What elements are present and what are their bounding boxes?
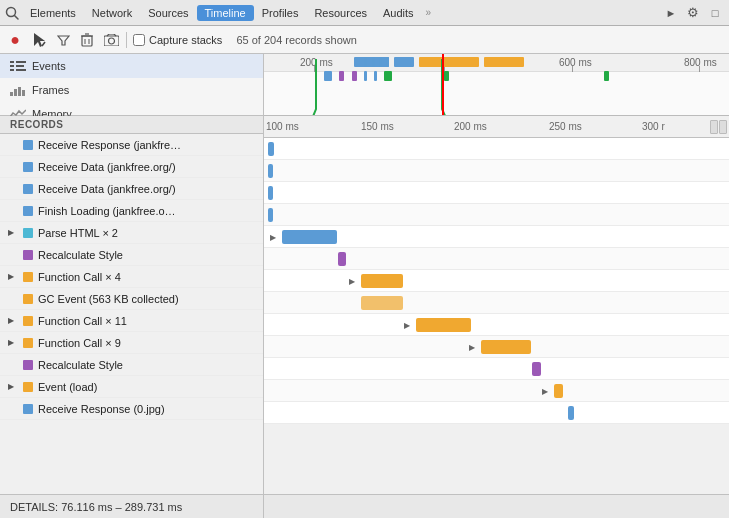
menu-sources[interactable]: Sources xyxy=(140,5,196,21)
svg-rect-16 xyxy=(10,65,14,67)
list-item[interactable]: Recalculate Style xyxy=(0,354,263,376)
svg-rect-20 xyxy=(16,69,26,71)
timeline-bar xyxy=(268,164,273,178)
red-line-indicator[interactable] xyxy=(442,54,444,115)
records-header: RECORDS xyxy=(0,116,263,134)
overview-stripe-2 xyxy=(372,57,375,67)
screenshot-button[interactable] xyxy=(102,31,120,49)
menu-network[interactable]: Network xyxy=(84,5,140,21)
settings-icon[interactable]: ⚙ xyxy=(685,5,701,21)
more-items-chevron[interactable]: » xyxy=(422,5,436,20)
menu-audits[interactable]: Audits xyxy=(375,5,422,21)
record-label: Function Call × 11 xyxy=(38,315,127,327)
svg-point-14 xyxy=(108,38,114,44)
list-item[interactable]: ▶ Function Call × 9 xyxy=(0,332,263,354)
ov-t2-1 xyxy=(324,71,332,81)
menu-bar: Elements Network Sources Timeline Profil… xyxy=(0,0,729,26)
svg-rect-24 xyxy=(22,90,25,96)
list-item[interactable]: Finish Loading (jankfree.o… xyxy=(0,200,263,222)
record-color-dot xyxy=(23,250,33,260)
records-ruler: 100 ms 150 ms 200 ms 250 ms 300 r xyxy=(264,116,729,138)
scroll-thumb-left[interactable] xyxy=(710,120,718,134)
right-timeline-col: 100 ms 150 ms 200 ms 250 ms 300 r xyxy=(264,116,729,518)
timeline-bar xyxy=(532,362,541,376)
menu-elements[interactable]: Elements xyxy=(22,5,84,21)
main-container: Events Frames xyxy=(0,54,729,518)
timeline-bar xyxy=(338,252,346,266)
timeline-details-filler xyxy=(264,494,729,518)
timeline-row: ▶ xyxy=(264,270,729,292)
ruler-300ms: 300 r xyxy=(642,121,665,132)
list-item[interactable]: ▶ Parse HTML × 2 xyxy=(0,222,263,244)
record-button[interactable]: ● xyxy=(6,31,24,49)
list-item[interactable]: ▶ Function Call × 11 xyxy=(0,310,263,332)
timeline-row xyxy=(264,358,729,380)
timeline-bar xyxy=(268,142,274,156)
ov-t2-3 xyxy=(352,71,357,81)
timeline-row xyxy=(264,402,729,424)
timeline-row xyxy=(264,204,729,226)
toolbar: ● Capture stacks 65 of 20 xyxy=(0,26,729,54)
record-label: Receive Response (0.jpg) xyxy=(38,403,165,415)
frames-icon xyxy=(10,83,26,97)
frames-label: Frames xyxy=(32,84,69,96)
execute-icon[interactable]: ► xyxy=(663,5,679,21)
timeline-bar xyxy=(554,384,563,398)
delete-button[interactable] xyxy=(78,31,96,49)
ruler-200ms-rec: 200 ms xyxy=(454,121,487,132)
record-color-dot xyxy=(23,404,33,414)
filter-button[interactable] xyxy=(54,31,72,49)
timeline-row xyxy=(264,182,729,204)
list-item[interactable]: ▶ Function Call × 4 xyxy=(0,266,263,288)
record-label: GC Event (563 KB collected) xyxy=(38,293,179,305)
capture-stacks-control[interactable]: Capture stacks xyxy=(133,34,222,46)
events-label: Events xyxy=(32,60,66,72)
timeline-bar xyxy=(268,186,273,200)
list-item[interactable]: ▶ Event (load) xyxy=(0,376,263,398)
record-color-dot xyxy=(23,228,33,238)
record-label: Recalculate Style xyxy=(38,249,123,261)
play-arrow: ▶ xyxy=(542,387,548,396)
record-color-dot xyxy=(23,140,33,150)
dock-icon[interactable]: □ xyxy=(707,5,723,21)
ruler-250ms: 250 ms xyxy=(549,121,582,132)
expand-arrow-filled: ▶ xyxy=(8,382,18,391)
list-item[interactable]: Receive Response (jankfre… xyxy=(0,134,263,156)
overview-stripe-4 xyxy=(386,57,389,67)
menu-profiles[interactable]: Profiles xyxy=(254,5,307,21)
record-color-dot xyxy=(23,360,33,370)
svg-rect-19 xyxy=(16,65,24,67)
scroll-thumb-right[interactable] xyxy=(719,120,727,134)
menu-timeline[interactable]: Timeline xyxy=(197,5,254,21)
timeline-rows: ▶ ▶ xyxy=(264,138,729,494)
cursor-button[interactable] xyxy=(30,31,48,49)
details-bar: DETAILS: 76.116 ms – 289.731 ms xyxy=(0,494,263,518)
overview-panel: 200 ms 400 ms 600 ms 800 ms xyxy=(264,54,729,115)
svg-rect-5 xyxy=(82,36,92,46)
timeline-bar xyxy=(416,318,471,332)
ov-t2-5 xyxy=(374,71,377,81)
toolbar-separator xyxy=(126,32,127,48)
nav-events[interactable]: Events xyxy=(0,54,263,78)
timeline-bar xyxy=(568,406,574,420)
record-label: Event (load) xyxy=(38,381,97,393)
nav-frames[interactable]: Frames xyxy=(0,78,263,102)
search-icon[interactable] xyxy=(4,5,20,21)
list-item[interactable]: Receive Data (jankfree.org/) xyxy=(0,178,263,200)
timeline-bar xyxy=(361,296,403,310)
timeline-row: ▶ xyxy=(264,380,729,402)
list-item[interactable]: Receive Response (0.jpg) xyxy=(0,398,263,420)
record-color-dot xyxy=(23,294,33,304)
record-label: Recalculate Style xyxy=(38,359,123,371)
timeline-row: ▶ xyxy=(264,226,729,248)
list-item[interactable]: Recalculate Style xyxy=(0,244,263,266)
list-item[interactable]: GC Event (563 KB collected) xyxy=(0,288,263,310)
events-icon xyxy=(10,59,26,73)
left-records-col: RECORDS Receive Response (jankfre… Recei… xyxy=(0,116,264,518)
menu-resources[interactable]: Resources xyxy=(306,5,375,21)
capture-stacks-checkbox[interactable] xyxy=(133,34,145,46)
expand-arrow-filled: ▶ xyxy=(8,228,18,237)
records-list[interactable]: Receive Response (jankfre… Receive Data … xyxy=(0,134,263,494)
list-item[interactable]: Receive Data (jankfree.org/) xyxy=(0,156,263,178)
capture-stacks-label: Capture stacks xyxy=(149,34,222,46)
